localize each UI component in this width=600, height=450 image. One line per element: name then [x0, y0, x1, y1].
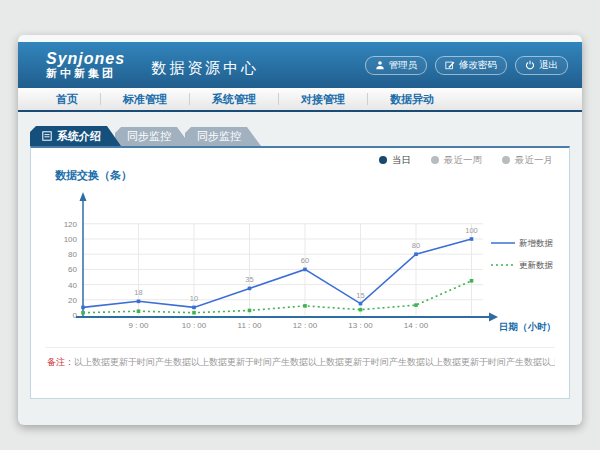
tab-label: 同步监控 — [197, 129, 241, 144]
change-password-button[interactable]: 修改密码 — [435, 56, 507, 75]
radio-last-month[interactable]: 最近一月 — [502, 154, 553, 167]
document-icon — [42, 131, 52, 141]
admin-button[interactable]: 管理员 — [365, 56, 428, 75]
svg-text:10 : 00: 10 : 00 — [182, 321, 207, 330]
radio-label: 最近一月 — [515, 154, 553, 167]
svg-text:100: 100 — [64, 235, 78, 244]
svg-text:100: 100 — [465, 226, 478, 235]
admin-button-label: 管理员 — [389, 59, 418, 72]
radio-today[interactable]: 当日 — [379, 154, 411, 167]
svg-text:11 : 00: 11 : 00 — [238, 321, 262, 330]
header-actions: 管理员 修改密码 退出 — [365, 56, 569, 75]
content-panel: 当日 最近一周 最近一月 数据交换（条） 0204060801001209 : … — [30, 146, 570, 399]
svg-text:35: 35 — [245, 275, 253, 284]
legend-item: 新增数据 — [491, 238, 554, 248]
footnote-prefix: 备注： — [47, 357, 74, 367]
y-tick-labels: 020406080100120 — [64, 220, 78, 320]
svg-text:14 : 00: 14 : 00 — [404, 321, 429, 330]
svg-text:10: 10 — [190, 294, 198, 303]
svg-text:120: 120 — [64, 220, 78, 229]
x-axis-arrow — [489, 313, 498, 322]
svg-text:更新数据: 更新数据 — [519, 260, 554, 270]
nav-item-system-mgmt[interactable]: 系统管理 — [189, 93, 278, 105]
x-axis-title: 日期（小时） — [499, 321, 556, 333]
radio-label: 最近一周 — [444, 154, 482, 167]
app-header: Synjones 新中新集团 数据资源中心 管理员 修改密码 退出 — [18, 42, 582, 88]
user-icon — [375, 60, 385, 70]
svg-text:80: 80 — [412, 241, 420, 250]
main-nav: 首页 标准管理 系统管理 对接管理 数据异动 — [18, 88, 582, 112]
footnote: 备注：以上数据更新于时间产生数据以上数据更新于时间产生数据以上数据更新于时间产生… — [45, 347, 555, 369]
tab-sync-monitor-2[interactable]: 同步监控 — [185, 127, 261, 146]
svg-text:15: 15 — [356, 291, 364, 300]
tab-label: 同步监控 — [127, 129, 171, 144]
svg-text:60: 60 — [301, 256, 309, 265]
change-password-label: 修改密码 — [459, 59, 497, 72]
radio-dot — [379, 156, 387, 164]
logout-label: 退出 — [539, 59, 558, 72]
page-title: 数据资源中心 — [151, 53, 259, 78]
nav-item-interface-mgmt[interactable]: 对接管理 — [278, 93, 367, 105]
tab-bar: 系统介绍 同步监控 同步监控 — [30, 126, 582, 146]
legend-item: 更新数据 — [491, 260, 554, 270]
svg-text:60: 60 — [68, 265, 77, 274]
power-icon — [525, 60, 535, 70]
tab-system-intro[interactable]: 系统介绍 — [30, 126, 121, 146]
radio-last-week[interactable]: 最近一周 — [431, 154, 482, 167]
series-新增数据: 181035601580100 — [81, 226, 478, 309]
edit-icon — [445, 60, 455, 70]
nav-item-standard-mgmt[interactable]: 标准管理 — [100, 93, 189, 105]
footnote-text: 以上数据更新于时间产生数据以上数据更新于时间产生数据以上数据更新于时间产生数据以… — [74, 357, 555, 367]
tab-sync-monitor-1[interactable]: 同步监控 — [115, 127, 191, 146]
nav-item-home[interactable]: 首页 — [34, 93, 100, 105]
y-axis-title: 数据交换（条） — [55, 168, 559, 183]
svg-text:40: 40 — [68, 281, 77, 290]
radio-label: 当日 — [392, 154, 411, 167]
svg-text:新增数据: 新增数据 — [519, 238, 554, 248]
line-chart-svg: 0204060801001209 : 0010 : 0011 : 0012 : … — [43, 183, 561, 339]
brand-name: Synjones — [46, 51, 125, 68]
svg-text:80: 80 — [68, 250, 77, 259]
brand-logo: Synjones 新中新集团 — [46, 51, 125, 79]
period-filter-group: 当日 最近一周 最近一月 — [41, 152, 559, 168]
tab-label: 系统介绍 — [57, 129, 101, 144]
y-axis-arrow — [80, 192, 87, 201]
radio-dot — [431, 156, 439, 164]
nav-item-data-change[interactable]: 数据异动 — [367, 93, 456, 105]
logout-button[interactable]: 退出 — [515, 56, 568, 75]
svg-text:18: 18 — [134, 288, 142, 297]
radio-dot — [502, 156, 510, 164]
svg-text:12 : 00: 12 : 00 — [293, 321, 318, 330]
page: { "colors": { "header_top": "#3285bd", "… — [0, 0, 600, 450]
brand-name-cn: 新中新集团 — [46, 68, 125, 80]
svg-text:9 : 00: 9 : 00 — [128, 321, 149, 330]
svg-text:0: 0 — [73, 311, 78, 320]
svg-text:20: 20 — [68, 296, 77, 305]
line-chart: 0204060801001209 : 0010 : 0011 : 0012 : … — [41, 183, 559, 343]
window-top-strip — [18, 35, 582, 42]
app-window: Synjones 新中新集团 数据资源中心 管理员 修改密码 退出 首页 标准管… — [18, 35, 582, 425]
svg-text:13 : 00: 13 : 00 — [348, 321, 373, 330]
x-tick-labels: 9 : 0010 : 0011 : 0012 : 0013 : 0014 : 0… — [128, 321, 428, 330]
